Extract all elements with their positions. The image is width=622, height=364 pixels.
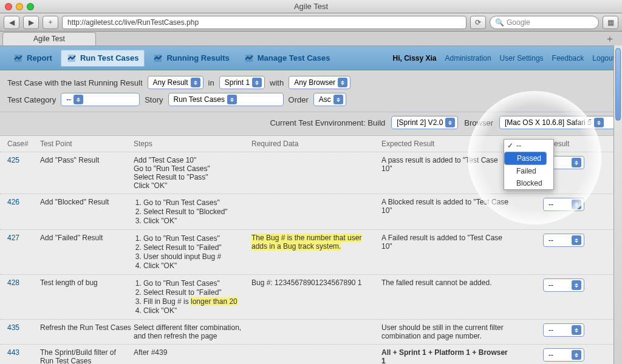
filter-label: Test Case with the last Running Result — [7, 78, 143, 87]
category-filter-select[interactable]: -- — [61, 93, 140, 106]
chevron-updown-icon — [445, 118, 455, 127]
minimize-window-icon[interactable] — [16, 3, 23, 10]
nav-report[interactable]: Report — [7, 50, 58, 67]
case-link[interactable]: 426 — [7, 198, 38, 206]
case-link[interactable]: 427 — [7, 234, 38, 242]
col-testpoint: Test Point — [40, 140, 131, 148]
chevron-updown-icon — [252, 78, 262, 87]
browser-tab[interactable]: Agile Test — [2, 32, 96, 46]
filter-panel: Test Case with the last Running Result A… — [0, 70, 622, 112]
nav-icon — [13, 53, 23, 63]
actual-result-cell: -- — [511, 198, 584, 211]
dropdown-option[interactable]: Blocked — [504, 177, 553, 189]
window-traffic-lights[interactable] — [5, 3, 34, 10]
test-point: Add "Failed" Result — [40, 234, 131, 242]
table-row: 427Add "Failed" ResultGo to "Run Test Ca… — [0, 230, 622, 275]
nav-run-test-cases[interactable]: Run Test Cases — [61, 50, 145, 67]
actual-result-cell: -- — [511, 348, 584, 362]
chevron-updown-icon — [73, 95, 83, 104]
test-point: The Sprint/Build filter of Run Test Case… — [40, 348, 131, 364]
nav-link-user-settings[interactable]: User Settings — [500, 54, 544, 62]
case-link[interactable]: 443 — [7, 348, 38, 357]
nav-link-feedback[interactable]: Feedback — [552, 54, 584, 62]
actual-result-select[interactable]: -- — [543, 234, 584, 247]
result-filter-select[interactable]: Any Result — [148, 76, 203, 89]
chevron-updown-icon — [191, 78, 200, 87]
case-link[interactable]: 425 — [7, 156, 38, 164]
actual-result-cell: -- — [511, 278, 584, 292]
nav-icon — [67, 53, 77, 63]
page-menu-button[interactable]: ▦ — [603, 16, 618, 29]
nav-icon — [244, 53, 254, 63]
app-nav: ReportRun Test CasesRunning ResultsManag… — [0, 46, 622, 70]
steps-cell: Go to "Run Test Cases"Select Result to "… — [134, 234, 249, 271]
env-browser-select[interactable]: [Mac OS X 10.6.8] Safari 5 — [499, 116, 615, 129]
table-row: 428Test length of bugGo to "Run Test Cas… — [0, 275, 622, 320]
required-cell: The Bug # is the number that user adds i… — [251, 234, 379, 251]
browser-toolbar: ◀ ▶ ＋ http://agiletest.cc/live/RunTestCa… — [0, 13, 622, 32]
reload-button[interactable]: ⟳ — [470, 16, 486, 29]
dropdown-option[interactable]: -- — [504, 140, 553, 152]
zoom-window-icon[interactable] — [27, 3, 34, 10]
actual-result-select[interactable]: -- — [543, 278, 584, 292]
expected-cell: A Blocked result is added to "Test Case … — [381, 198, 509, 215]
back-button[interactable]: ◀ — [4, 16, 19, 29]
actual-result-select[interactable]: -- — [543, 198, 584, 211]
table-row: 426Add "Blocked" ResultGo to "Run Test C… — [0, 194, 622, 230]
actual-result-select[interactable]: -- — [543, 323, 584, 337]
chevron-updown-icon — [572, 325, 581, 335]
steps-cell: Select different filter combination, and… — [134, 323, 249, 340]
window-titlebar: Agile Test — [0, 0, 622, 13]
expected-cell: The falled result cannot be added. — [381, 278, 509, 287]
steps-cell: Add "Test Case 10"Go to "Run Test Cases"… — [134, 156, 249, 190]
order-filter-select[interactable]: Asc — [313, 93, 346, 106]
browser-search-field[interactable]: 🔍 Google — [490, 16, 599, 29]
required-cell: Bug #: 12345678901234567890 1 — [251, 278, 379, 287]
steps-cell: After #439 — [134, 348, 249, 357]
expected-cell: A pass result is added to "Test Case 10" — [381, 156, 509, 173]
actual-result-dropdown-menu[interactable]: --PassedFailedBlocked — [504, 139, 554, 190]
address-bar[interactable]: http://agiletest.cc/live/RunTestCases.ph… — [62, 16, 466, 29]
col-steps: Steps — [134, 140, 249, 148]
dropdown-option[interactable]: Passed — [504, 152, 547, 165]
chevron-updown-icon — [227, 95, 237, 104]
nav-link-logout[interactable]: Logout — [592, 54, 615, 62]
nav-icon — [153, 53, 163, 63]
expected-cell: All + Sprint 1 + Platform 1 + Browser 1T… — [381, 348, 509, 364]
col-expected: Expected Result — [381, 140, 509, 148]
steps-cell: Go to "Run Test Cases"Select Result to "… — [134, 198, 249, 226]
vertical-scrollbar[interactable] — [613, 46, 622, 364]
forward-button[interactable]: ▶ — [23, 16, 39, 29]
window-title: Agile Test — [294, 2, 328, 11]
build-select[interactable]: [Sprint 2] V2.0 — [391, 116, 458, 129]
chevron-updown-icon — [333, 95, 343, 104]
story-filter-select[interactable]: Run Test Cases — [168, 93, 284, 106]
table-row: 443The Sprint/Build filter of Run Test C… — [0, 345, 622, 364]
expected-cell: User should be still in the current filt… — [381, 323, 509, 340]
nav-link-administration[interactable]: Administration — [445, 54, 491, 62]
new-tab-button[interactable]: ＋ — [601, 33, 618, 46]
test-point: Refresh the Run Test Cases — [40, 323, 131, 332]
browser-tabbar: Agile Test ＋ — [0, 32, 622, 46]
test-point: Add "Pass" Result — [40, 156, 131, 164]
case-link[interactable]: 435 — [7, 323, 38, 332]
steps-cell: Go to "Run Test Cases"Select Result to "… — [134, 278, 249, 315]
dropdown-option[interactable]: Failed — [504, 165, 553, 177]
actual-result-cell: -- — [511, 234, 584, 247]
actual-result-select[interactable]: -- — [543, 348, 584, 362]
chevron-updown-icon — [338, 78, 347, 87]
test-point: Test length of bug — [40, 278, 131, 287]
scrollbar-thumb[interactable] — [615, 48, 621, 121]
nav-manage-test-cases[interactable]: Manage Test Cases — [238, 50, 337, 67]
chevron-updown-icon — [572, 280, 581, 290]
add-bookmark-button[interactable]: ＋ — [43, 16, 58, 29]
close-window-icon[interactable] — [5, 3, 12, 10]
case-link[interactable]: 428 — [7, 278, 38, 287]
chevron-updown-icon — [572, 200, 581, 209]
col-required: Required Data — [251, 140, 379, 148]
sprint-filter-select[interactable]: Sprint 1 — [219, 76, 265, 89]
expected-cell: A Failed result is added to "Test Case 1… — [381, 234, 509, 251]
browser-filter-select[interactable]: Any Browser — [289, 76, 350, 89]
nav-running-results[interactable]: Running Results — [147, 50, 235, 67]
actual-result-cell: -- — [511, 323, 584, 337]
